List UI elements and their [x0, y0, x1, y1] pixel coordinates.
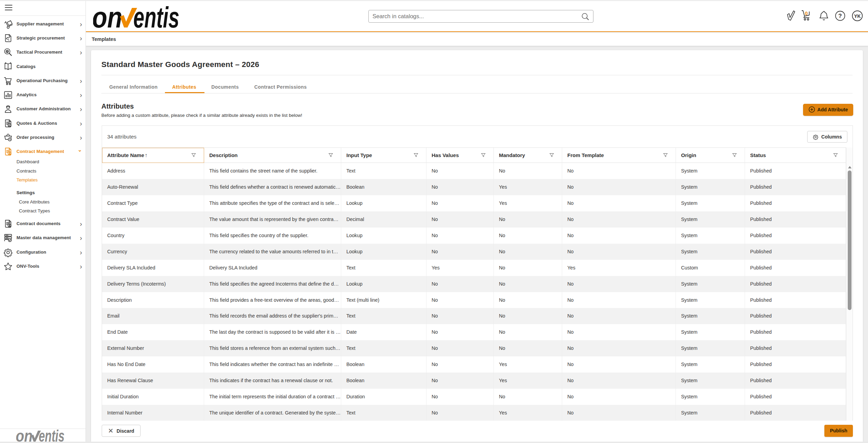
svg-text:entis: entis [133, 5, 179, 28]
svg-text:?: ? [838, 13, 842, 19]
svg-text:on: on [93, 5, 122, 28]
svg-text:entis: entis [39, 429, 65, 442]
svg-text:YK: YK [854, 13, 861, 19]
svg-text:on: on [16, 429, 33, 442]
svg-text:0: 0 [805, 11, 808, 16]
